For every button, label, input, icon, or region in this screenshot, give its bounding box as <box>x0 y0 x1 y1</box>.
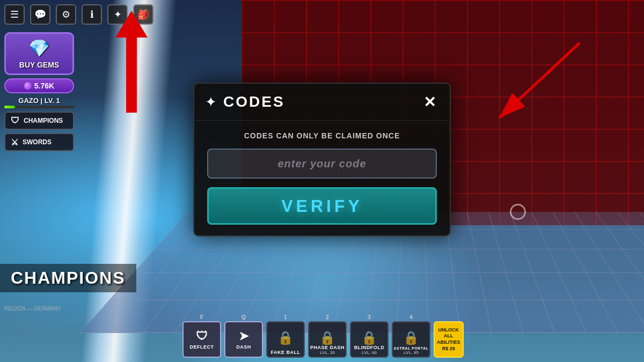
sparkle-modal-icon: ✦ <box>205 94 217 110</box>
modal-title: CODES <box>223 93 285 110</box>
modal-title-area: ✦ CODES <box>205 93 285 110</box>
modal-header: ✦ CODES ✕ <box>194 84 450 121</box>
modal-close-button[interactable]: ✕ <box>420 92 439 112</box>
modal-overlay: ✦ CODES ✕ CODES CAN ONLY BE CLAIMED ONCE… <box>0 0 644 362</box>
codes-notice: CODES CAN ONLY BE CLAIMED ONCE <box>207 131 437 140</box>
codes-modal: ✦ CODES ✕ CODES CAN ONLY BE CLAIMED ONCE… <box>193 83 451 237</box>
verify-button[interactable]: VERIFY <box>207 187 437 225</box>
modal-body: CODES CAN ONLY BE CLAIMED ONCE VERIFY <box>194 121 450 235</box>
code-input-field[interactable] <box>207 149 437 179</box>
